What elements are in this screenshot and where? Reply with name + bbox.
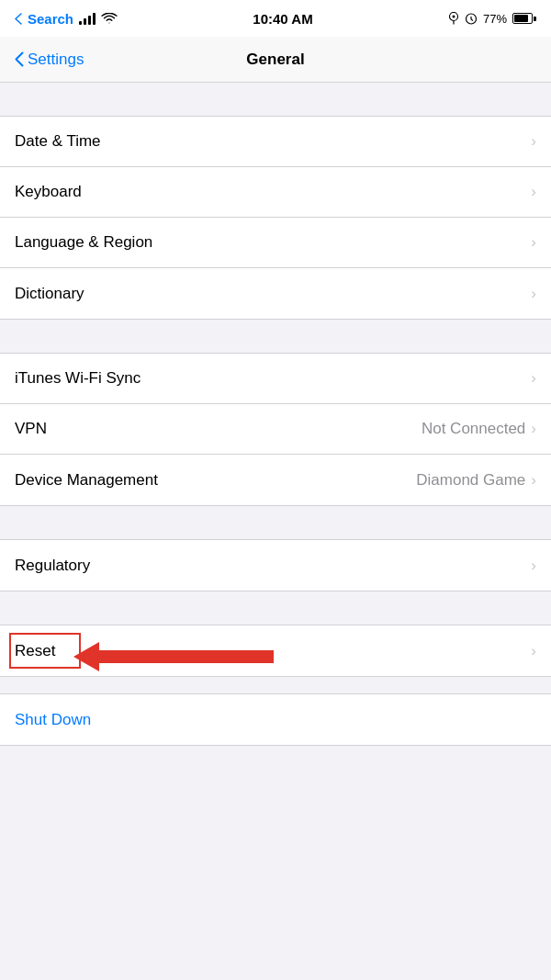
row-right: › <box>531 369 536 388</box>
section-1: Date & Time › Keyboard › Language & Regi… <box>0 116 551 320</box>
row-label: Dictionary <box>15 285 84 303</box>
battery-percent: 77% <box>483 12 507 26</box>
row-language-region[interactable]: Language & Region › <box>0 218 551 268</box>
row-date-time[interactable]: Date & Time › <box>0 117 551 167</box>
chevron-icon: › <box>531 183 536 201</box>
row-right: › <box>531 642 536 660</box>
section-gap-2 <box>0 320 551 353</box>
row-right: › <box>531 285 536 303</box>
row-label: Keyboard <box>15 183 82 201</box>
vpn-status: Not Connected <box>422 420 525 438</box>
row-right: › <box>531 132 536 151</box>
svg-point-1 <box>452 16 455 18</box>
row-label: Language & Region <box>15 233 152 252</box>
row-right: Diamond Game › <box>416 471 536 490</box>
section-gap-1 <box>0 83 551 116</box>
section-3: Regulatory › <box>0 539 551 591</box>
chevron-icon: › <box>531 132 536 151</box>
section-gap-4 <box>0 591 551 625</box>
shutdown-section: Shut Down <box>0 693 551 746</box>
row-label: VPN <box>15 420 47 438</box>
bottom-spacer <box>0 746 551 819</box>
row-label: iTunes Wi-Fi Sync <box>15 369 141 388</box>
chevron-icon: › <box>531 642 536 660</box>
section-gap-5 <box>0 677 551 693</box>
nav-bar: Settings General <box>0 37 551 83</box>
status-time: 10:40 AM <box>253 11 312 27</box>
status-search-label: Search <box>28 11 73 27</box>
status-left: Search <box>15 11 118 27</box>
row-shutdown[interactable]: Shut Down <box>0 694 551 745</box>
row-itunes-wifi-sync[interactable]: iTunes Wi-Fi Sync › <box>0 354 551 404</box>
row-right: › <box>531 233 536 252</box>
battery-icon <box>512 13 536 24</box>
chevron-icon: › <box>531 557 536 575</box>
status-bar: Search 10:40 AM 77% <box>0 0 551 37</box>
chevron-icon: › <box>531 233 536 252</box>
row-label: Device Management <box>15 471 158 490</box>
section-gap-3 <box>0 506 551 539</box>
back-chevron-icon <box>15 51 24 67</box>
signal-bars-icon <box>79 12 96 25</box>
back-chevron-icon <box>15 13 22 25</box>
row-right: › <box>531 557 536 575</box>
device-management-value: Diamond Game <box>416 471 525 490</box>
wifi-icon <box>101 13 118 25</box>
row-device-management[interactable]: Device Management Diamond Game › <box>0 455 551 505</box>
page-title: General <box>246 51 304 69</box>
chevron-icon: › <box>531 471 536 490</box>
row-vpn[interactable]: VPN Not Connected › <box>0 404 551 455</box>
section-2: iTunes Wi-Fi Sync › VPN Not Connected › … <box>0 353 551 506</box>
alarm-icon <box>465 12 478 25</box>
row-dictionary[interactable]: Dictionary › <box>0 268 551 319</box>
row-keyboard[interactable]: Keyboard › <box>0 167 551 218</box>
svg-line-5 <box>471 19 473 21</box>
row-regulatory[interactable]: Regulatory › <box>0 540 551 591</box>
red-arrow <box>73 642 274 671</box>
row-label: Date & Time <box>15 132 101 151</box>
row-label: Regulatory <box>15 557 90 575</box>
chevron-icon: › <box>531 369 536 388</box>
status-right: 77% <box>448 12 536 26</box>
shutdown-label: Shut Down <box>15 711 91 729</box>
back-label: Settings <box>28 51 84 69</box>
row-label: Reset <box>15 642 55 660</box>
row-right: Not Connected › <box>422 420 536 438</box>
arrowhead-icon <box>73 642 99 671</box>
chevron-icon: › <box>531 285 536 303</box>
arrow-body <box>99 650 274 663</box>
row-right: › <box>531 183 536 201</box>
location-icon <box>448 12 459 25</box>
chevron-icon: › <box>531 420 536 438</box>
back-button[interactable]: Settings <box>15 51 84 69</box>
